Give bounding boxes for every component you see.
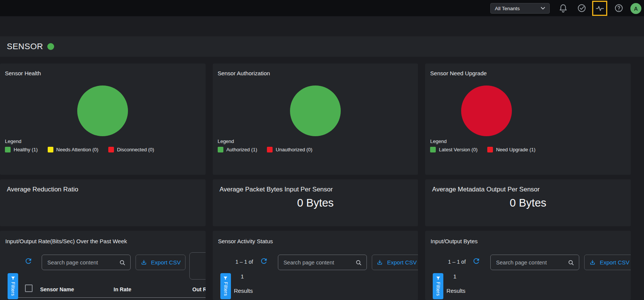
sensor-authorization-card: Sensor Authorization Legend Authorized (… — [213, 64, 418, 175]
legend-swatch — [430, 147, 436, 152]
io-bytes-card: Input/Output Bytes 1 – 1 of Export CSV — [425, 231, 631, 300]
legend-label: Legend — [218, 138, 312, 144]
bell-icon — [558, 3, 568, 13]
export-csv-label: Export CSV — [151, 259, 181, 266]
search-box — [490, 255, 579, 270]
refresh-icon — [260, 257, 268, 265]
health-monitor-button[interactable] — [595, 3, 605, 14]
clipped-toolbar-panel — [189, 252, 206, 280]
filter-funnel-icon — [223, 276, 228, 281]
card-title: Average Metadata Output Per Sensor — [432, 186, 540, 193]
refresh-button[interactable] — [472, 257, 480, 265]
results-label: Results — [446, 288, 465, 294]
sensor-need-upgrade-card: Sensor Need Upgrade Legend Latest Versio… — [425, 64, 631, 175]
card-title: Average Reduction Ratio — [7, 186, 78, 193]
search-icon — [355, 259, 362, 266]
card-title: Sensor Need Upgrade — [430, 70, 487, 76]
sensor-authorization-pie-chart — [290, 85, 341, 136]
export-csv-button[interactable]: Export CSV — [136, 255, 186, 270]
legend-swatch — [48, 147, 53, 152]
tenant-selector[interactable]: All Tenants — [490, 3, 550, 14]
legend-item-label: Unauthorized (0) — [276, 147, 312, 152]
legend-swatch — [267, 147, 273, 152]
stat-value: 0 Bytes — [425, 197, 631, 209]
legend-item-label: Disconnected (0) — [117, 147, 154, 152]
legend-item: Healthy (1) — [5, 147, 38, 152]
search-box — [42, 255, 131, 270]
card-title: Sensor Authorization — [218, 70, 270, 76]
legend: Legend Authorized (1) Unauthorized (0) — [218, 138, 312, 152]
stat-cards-row: Average Reduction Ratio Average Packet B… — [0, 179, 631, 226]
average-metadata-output-card: Average Metadata Output Per Sensor 0 Byt… — [425, 179, 631, 226]
avatar[interactable]: A — [630, 3, 641, 14]
legend-item-label: Needs Attention (0) — [56, 147, 98, 152]
question-icon — [614, 3, 624, 13]
avatar-letter: A — [634, 6, 638, 12]
legend-item: Needs Attention (0) — [48, 147, 98, 152]
pie-cards-row: Sensor Health Legend Healthy (1) Needs A… — [0, 64, 631, 175]
sensor-activity-status-card: Sensor Activity Status 1 – 1 of Export C… — [213, 231, 418, 300]
page-title: SENSOR — [7, 42, 43, 51]
legend-swatch — [5, 147, 11, 152]
legend-item-label: Authorized (1) — [226, 147, 257, 152]
legend-label: Legend — [430, 138, 535, 144]
average-reduction-ratio-card: Average Reduction Ratio — [0, 179, 206, 226]
select-all-checkbox[interactable] — [25, 284, 33, 292]
card-title: Average Packet Bytes Input Per Sensor — [220, 186, 333, 193]
legend-label: Legend — [5, 138, 154, 144]
legend: Legend Latest Version (0) Need Upgrade (… — [430, 138, 535, 152]
legend-swatch — [108, 147, 114, 152]
legend: Legend Healthy (1) Needs Attention (0) D… — [5, 138, 154, 152]
filters-button[interactable]: Filters — [220, 273, 231, 299]
legend-item: Disconnected (0) — [108, 147, 154, 152]
search-input[interactable] — [491, 255, 579, 270]
table-header-divider — [18, 297, 206, 298]
legend-item: Need Upgrade (1) — [487, 147, 535, 152]
results-label: Results — [234, 288, 253, 294]
legend-swatch — [487, 147, 493, 152]
results-count: 1 — [453, 273, 456, 280]
column-header-sensor-name[interactable]: Sensor Name — [40, 286, 74, 292]
card-title: Input/Output Rate(Bits/Sec) Over the Pas… — [5, 238, 127, 244]
search-input[interactable] — [278, 255, 366, 270]
column-header-out-rate[interactable]: Out Rate — [192, 286, 206, 292]
legend-swatch — [218, 147, 223, 152]
notifications-button[interactable] — [558, 3, 568, 13]
pulse-icon — [595, 3, 605, 14]
filters-button[interactable]: Filters — [433, 273, 443, 299]
legend-item: Authorized (1) — [218, 147, 257, 152]
legend-item-label: Healthy (1) — [14, 147, 38, 152]
filters-label: Filters — [435, 282, 441, 296]
download-icon — [589, 259, 596, 266]
pagination-range: 1 – 1 of — [235, 259, 253, 265]
refresh-button[interactable] — [260, 257, 268, 265]
export-csv-button[interactable]: Export CSV — [584, 255, 631, 270]
sensor-need-upgrade-pie-chart — [461, 85, 512, 136]
pagination-range: 1 – 1 of — [448, 259, 466, 265]
column-header-in-rate[interactable]: In Rate — [114, 286, 131, 292]
export-csv-button[interactable]: Export CSV — [372, 255, 418, 270]
filters-button[interactable]: Filters — [8, 273, 18, 299]
download-icon — [376, 259, 383, 266]
legend-item-label: Need Upgrade (1) — [496, 147, 535, 152]
legend-item-label: Latest Version (0) — [439, 147, 477, 152]
legend-item: Unauthorized (0) — [267, 147, 312, 152]
help-button[interactable] — [614, 3, 624, 13]
page-header-band: SENSOR — [0, 36, 644, 57]
stat-value: 0 Bytes — [213, 197, 418, 209]
tasks-button[interactable] — [577, 3, 587, 13]
chevron-down-icon — [541, 7, 545, 10]
search-input[interactable] — [42, 255, 130, 270]
search-icon — [567, 259, 575, 266]
tenant-selector-value: All Tenants — [495, 6, 520, 11]
card-title: Input/Output Bytes — [430, 238, 477, 244]
refresh-icon — [472, 257, 480, 265]
legend-item: Latest Version (0) — [430, 147, 477, 152]
refresh-button[interactable] — [24, 257, 33, 265]
export-csv-label: Export CSV — [387, 259, 416, 266]
card-title: Sensor Health — [5, 70, 41, 76]
dashboard: Sensor Health Legend Healthy (1) Needs A… — [0, 64, 644, 300]
search-icon — [119, 259, 126, 266]
sensor-health-card: Sensor Health Legend Healthy (1) Needs A… — [0, 64, 206, 175]
io-rate-card: Input/Output Rate(Bits/Sec) Over the Pas… — [0, 231, 206, 300]
